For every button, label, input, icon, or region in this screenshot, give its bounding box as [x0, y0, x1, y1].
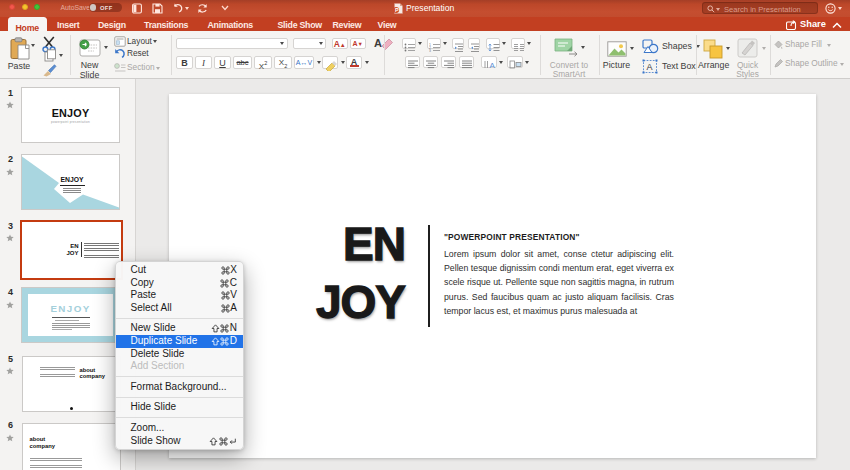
svg-text:A: A — [647, 62, 653, 72]
svg-text:A: A — [374, 37, 382, 49]
svg-text:A: A — [490, 61, 496, 69]
svg-text:P: P — [395, 7, 399, 13]
svg-text:3: 3 — [429, 49, 431, 52]
